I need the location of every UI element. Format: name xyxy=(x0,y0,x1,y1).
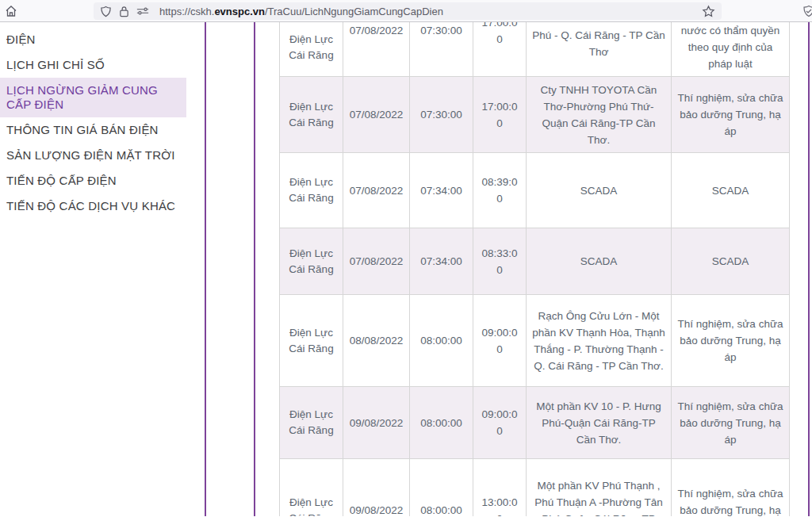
divider-line-right xyxy=(808,22,810,516)
sidebar-item-lich-ngung-giam-cung-cap-dien[interactable]: LỊCH NGỪNG GIẢM CUNG CẤP ĐIỆN xyxy=(0,78,186,117)
divider-line-left xyxy=(205,22,206,516)
cell-reason: Thí nghiệm, sửa chữa bảo dưỡng Trung, hạ… xyxy=(672,77,790,153)
cell-area: Một phần KV Phú Thạnh , Phú Thuận A -Phư… xyxy=(527,459,672,517)
cell-date: 07/08/2022 xyxy=(343,228,410,295)
sidebar-item-tien-do-cap-dien[interactable]: TIẾN ĐỘ CẤP ĐIỆN xyxy=(0,168,198,193)
cell-unit: Điện Lực Cái Răng xyxy=(280,228,343,295)
page-content: ĐIỆN LỊCH GHI CHỈ SỐ LỊCH NGỪNG GIẢM CUN… xyxy=(0,22,812,516)
cell-area: Một phần KV 10 - P. Hưng Phú-Quận Cái Ră… xyxy=(527,387,672,459)
cell-area: Rạch Ông Cửu Lớn - Một phần KV Thạnh Hòa… xyxy=(527,295,672,387)
url-text: https://cskh.evnspc.vn/TraCuu/LichNgungG… xyxy=(159,6,702,17)
cell-end-time: 08:39:00 xyxy=(473,153,527,228)
sidebar-item-san-luong-dien-mat-troi[interactable]: SẢN LƯỢNG ĐIỆN MẶT TRỜI xyxy=(0,143,198,168)
table-row: Điện Lực Cái Răng 09/08/2022 08:00:00 09… xyxy=(280,387,790,459)
cell-area: SCADA xyxy=(527,228,672,295)
cell-end-time: 17:00:00 xyxy=(473,22,527,77)
sidebar-item-tien-do-cac-dich-vu-khac[interactable]: TIẾN ĐỘ CÁC DỊCH VỤ KHÁC xyxy=(0,193,198,219)
cell-date: 07/08/2022 xyxy=(343,22,410,77)
url-path: /TraCuu/LichNgungGiamCungCapDien xyxy=(265,6,443,17)
sidebar-item-thong-tin-gia-ban-dien[interactable]: THÔNG TIN GIÁ BÁN ĐIỆN xyxy=(0,117,198,143)
cell-unit: Điện Lực Cái Răng xyxy=(280,459,343,517)
cell-start-time: 08:00:00 xyxy=(410,387,473,459)
table-row: Điện Lực Cái Răng 09/08/2022 08:00:00 13… xyxy=(280,459,790,517)
cell-date: 07/08/2022 xyxy=(343,153,410,228)
table-row: Điện Lực Cái Răng 08/08/2022 08:00:00 09… xyxy=(280,295,790,387)
cell-end-time: 09:00:00 xyxy=(473,295,527,387)
outage-schedule-table: Điện Lực Cái Răng 07/08/2022 07:30:00 17… xyxy=(279,22,790,516)
clipped-edge-icon[interactable] xyxy=(802,5,812,17)
table-row: Điện Lực Cái Răng 07/08/2022 07:34:00 08… xyxy=(280,153,790,228)
cell-unit: Điện Lực Cái Răng xyxy=(280,153,343,228)
divider-line-middle xyxy=(254,22,255,516)
shield-icon[interactable] xyxy=(100,6,112,17)
cell-unit: Điện Lực Cái Răng xyxy=(280,77,343,153)
cell-area: Cty TNHH TOYOTA Cần Thơ-Phường Phú Thứ-Q… xyxy=(527,77,672,153)
cell-start-time: 07:30:00 xyxy=(410,77,473,153)
browser-toolbar: https://cskh.evnspc.vn/TraCuu/LichNgungG… xyxy=(0,0,812,22)
cell-area: Phú - Q. Cái Răng - TP Cần Thơ xyxy=(527,22,672,77)
cell-start-time: 07:34:00 xyxy=(410,153,473,228)
permissions-icon[interactable] xyxy=(136,6,149,17)
bookmark-star-icon[interactable] xyxy=(702,5,715,18)
cell-start-time: 08:00:00 xyxy=(410,459,473,517)
cell-end-time: 17:00:00 xyxy=(473,77,527,153)
cell-reason: nước có thẩm quyền theo quy định của phá… xyxy=(672,22,790,77)
cell-start-time: 07:34:00 xyxy=(410,228,473,295)
table-row: Điện Lực Cái Răng 07/08/2022 07:30:00 17… xyxy=(280,22,790,77)
cell-reason: Thí nghiệm, sửa chữa bảo dưỡng Trung, hạ… xyxy=(672,459,790,517)
cell-start-time: 07:30:00 xyxy=(410,22,473,77)
cell-reason: SCADA xyxy=(672,228,790,295)
lock-icon[interactable] xyxy=(119,6,129,17)
cell-date: 09/08/2022 xyxy=(343,459,410,517)
cell-area: SCADA xyxy=(527,153,672,228)
cell-date: 07/08/2022 xyxy=(343,77,410,153)
url-bar[interactable]: https://cskh.evnspc.vn/TraCuu/LichNgungG… xyxy=(94,2,722,20)
table-row: Điện Lực Cái Răng 07/08/2022 07:34:00 08… xyxy=(280,228,790,295)
url-prefix: https://cskh. xyxy=(159,6,214,17)
table-row: Điện Lực Cái Răng 07/08/2022 07:30:00 17… xyxy=(280,77,790,153)
cell-reason: Thí nghiệm, sửa chữa bảo dưỡng Trung, hạ… xyxy=(672,295,790,387)
cell-unit: Điện Lực Cái Răng xyxy=(280,22,343,77)
cell-date: 09/08/2022 xyxy=(343,387,410,459)
sidebar-menu: ĐIỆN LỊCH GHI CHỈ SỐ LỊCH NGỪNG GIẢM CUN… xyxy=(0,22,198,219)
home-icon[interactable] xyxy=(5,4,21,18)
url-domain: evnspc.vn xyxy=(214,6,265,17)
cell-end-time: 13:00:00 xyxy=(473,459,527,517)
cell-unit: Điện Lực Cái Răng xyxy=(280,387,343,459)
sidebar-item-lich-ghi-chi-so[interactable]: LỊCH GHI CHỈ SỐ xyxy=(0,52,198,78)
cell-end-time: 09:00:00 xyxy=(473,387,527,459)
sidebar-item-dien[interactable]: ĐIỆN xyxy=(0,27,198,52)
cell-start-time: 08:00:00 xyxy=(410,295,473,387)
cell-end-time: 08:33:00 xyxy=(473,228,527,295)
cell-reason: SCADA xyxy=(672,153,790,228)
cell-date: 08/08/2022 xyxy=(343,295,410,387)
cell-unit: Điện Lực Cái Răng xyxy=(280,295,343,387)
cell-reason: Thí nghiệm, sửa chữa bảo dưỡng Trung, hạ… xyxy=(672,387,790,459)
